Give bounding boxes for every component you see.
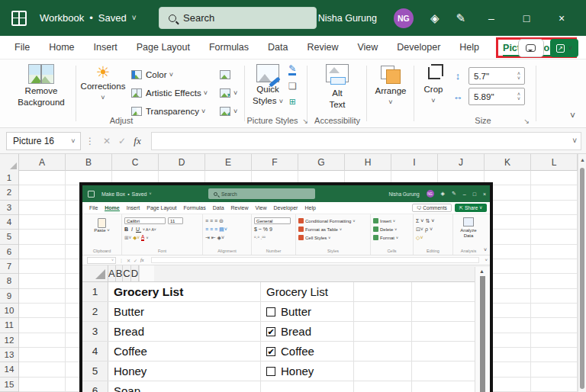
ribbon-tab[interactable]: Insert [94,42,118,53]
ribbon-tab[interactable]: Review [307,42,338,53]
alt-text-button[interactable]: AltText [320,64,354,111]
cancel-icon[interactable]: ✕ [99,136,114,146]
column-header[interactable]: F [252,154,298,171]
column-header[interactable]: E [205,154,252,171]
dialog-launcher-icon[interactable]: ↘ [523,117,530,125]
row-header[interactable]: 4 [0,215,18,230]
adjust-menu-button[interactable]: Color ˅ [131,66,227,84]
remove-background-button[interactable]: RemoveBackground [11,64,72,108]
pic-ribbon-tab: Home [105,205,119,211]
column-header[interactable]: J [438,154,485,171]
pic-ribbon-tab: Review [231,205,249,211]
row-header[interactable]: 13 [0,348,18,362]
pic-grid-row: 1 Grocery List Grocery List [82,282,490,302]
height-input[interactable]: 5.7" ˄˅ [468,67,525,85]
scrollbar-thumb[interactable] [580,168,584,389]
row-header[interactable]: 2 [0,185,18,200]
column-header[interactable]: D [159,154,205,171]
collapse-ribbon-icon[interactable]: ˅ [570,111,575,121]
width-input[interactable]: 5.89" ˄˅ [468,88,525,105]
pic-minimize-icon: – [463,191,466,197]
ribbon-tab[interactable]: View [357,42,378,53]
enter-icon[interactable]: ✓ [114,136,130,146]
pic-ribbon-tab: Page Layout [146,205,176,211]
column-header[interactable]: C [112,154,159,171]
chevron-down-icon: ˅ [101,94,105,101]
adjust-icon-button[interactable]: ˅ [220,66,237,84]
adjust-menu-button[interactable]: Artistic Effects ˅ [131,84,227,102]
ribbon-tab[interactable]: Developer [397,42,440,53]
pic-ribbon-tab: Insert [127,205,140,211]
vertical-scrollbar[interactable]: ▲ [578,154,586,392]
row-header[interactable]: 8 [0,274,18,288]
formula-input[interactable]: ˅ [151,132,581,150]
row-header[interactable]: 12 [0,333,18,348]
comments-button[interactable] [518,39,544,57]
column-header[interactable]: G [298,154,345,171]
excel-logo-icon[interactable] [11,11,27,26]
drag-handle-icon[interactable]: ⋮ [85,136,95,146]
column-header[interactable]: B [66,154,112,171]
pic-group-analysis: AnalyzeData Analysis [453,214,484,255]
picture-effects-icon[interactable]: ❏ [288,81,297,92]
column-header[interactable]: L [531,154,578,171]
search-input[interactable]: Search [159,7,317,29]
pen-icon[interactable]: ✎ [456,11,465,25]
row-header[interactable]: 5 [0,230,18,244]
column-header[interactable]: K [485,154,531,171]
ribbon-group-arrange: Arrange ˅ [368,59,414,127]
corrections-button[interactable]: ☀ Corrections ˅ [79,64,127,101]
workbook-title[interactable]: Workbook • Saved ˅ [40,12,137,24]
pic-checkbox-icon [266,367,275,376]
row-header[interactable]: 9 [0,289,18,304]
height-stepper[interactable]: ˄˅ [514,72,524,81]
expand-formula-bar-icon[interactable]: ˅ [572,137,577,145]
adjust-icon-button[interactable]: ↻ ˅ [220,84,237,102]
ribbon-tab[interactable]: Data [268,42,288,53]
select-all-button[interactable] [0,154,19,171]
pic-group-font: Calibri 11 BIU ˅ A˄ A˅ ⊞˅ ◆˅ A˅ Font [122,214,203,255]
ribbon-tab[interactable]: Page Layout [137,42,190,53]
column-header[interactable]: A [19,154,66,171]
ribbon-tab[interactable]: Formulas [209,42,249,53]
row-header[interactable]: 11 [0,318,18,333]
close-button[interactable]: × [552,12,571,24]
insert-function-icon[interactable]: fx [130,135,145,147]
row-header[interactable]: 7 [0,259,18,274]
user-name[interactable]: Nisha Gurung [318,13,377,24]
picture-layout-icon[interactable]: ⊞ [289,97,296,107]
width-stepper[interactable]: ˄˅ [514,92,524,101]
row-header[interactable]: 15 [0,378,18,392]
pic-formula-input [151,257,479,263]
avatar[interactable]: NG [394,8,414,28]
column-header[interactable]: I [391,154,438,171]
arrange-button[interactable]: Arrange ˅ [374,64,407,106]
name-box[interactable]: Picture 16 ˅ [6,132,81,150]
pic-ribbon: Paste ˅ Clipboard Calibri 11 BIU ˅ A˄ A˅… [82,214,490,255]
row-header[interactable]: 14 [0,362,18,377]
diamond-icon[interactable]: ◈ [430,11,440,25]
row-header[interactable]: 1 [0,171,18,185]
picture-border-icon[interactable]: ✎ [288,65,296,76]
arrange-icon [379,64,402,84]
pic-diamond-icon: ◈ [441,191,445,197]
ribbon-tab[interactable]: Help [459,42,479,53]
quick-styles-button[interactable]: QuickStyles ˅ [250,64,285,108]
crop-button[interactable]: Crop ˅ [418,64,449,104]
pic-checkbox-icon [266,307,275,316]
maximize-button[interactable]: □ [517,12,536,24]
pic-collapse-ribbon-icon: ˅ [484,247,487,252]
pic-comments-button: 🗨 Comments [412,204,452,212]
minimize-button[interactable]: – [482,12,501,24]
pic-checkbox-icon [266,347,275,356]
ribbon-tab[interactable]: File [14,42,30,53]
scroll-up-icon[interactable]: ▲ [580,157,585,162]
row-header[interactable]: 10 [0,304,18,318]
ribbon-tab[interactable]: Home [49,42,74,53]
column-header[interactable]: H [345,154,391,171]
embedded-picture[interactable]: Make Box • Saved ˅ Search Nisha Gurung N… [79,182,493,392]
row-header[interactable]: 6 [0,245,18,259]
row-header[interactable]: 3 [0,201,18,215]
picture-icon [131,107,142,116]
share-button[interactable]: ↗ ˅ [550,39,578,57]
